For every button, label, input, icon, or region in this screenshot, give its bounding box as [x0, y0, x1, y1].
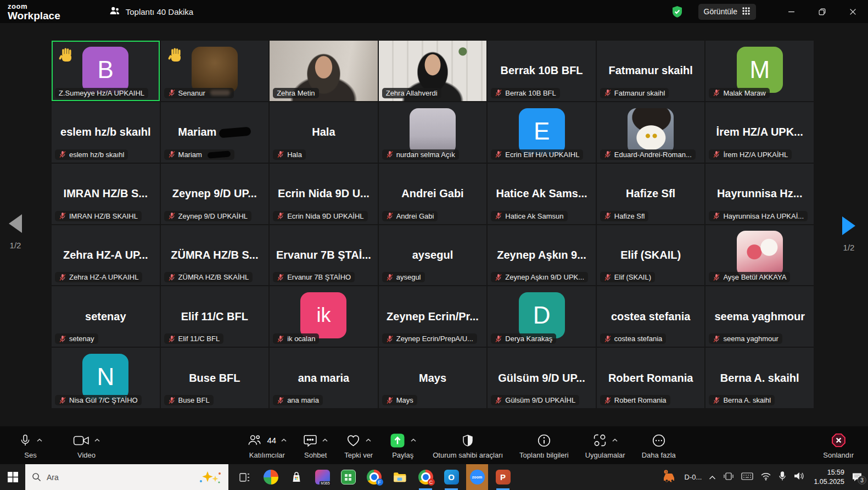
participant-tile[interactable]: Buse BFLBuse BFL — [161, 348, 269, 408]
share-button[interactable]: Paylaş — [389, 432, 416, 459]
taskbar-chrome-profile-icon[interactable]: F — [363, 464, 385, 490]
participant-tile[interactable]: ikik ocalan — [270, 286, 378, 347]
participant-tile[interactable]: eslem hz/b skaıhleslem hz/b skaıhl — [52, 102, 160, 163]
participant-tile[interactable]: MariamMariam — [161, 102, 269, 163]
restore-button[interactable] — [807, 0, 837, 23]
participant-label: IMRAN HZ/B SKAIHL — [55, 211, 142, 221]
participant-tile[interactable]: MaysMays — [379, 348, 487, 408]
participant-tile[interactable]: Senanur — [161, 41, 269, 101]
participant-tile[interactable]: Robert RomaniaRobert Romania — [597, 348, 705, 408]
taskbar-zoom-icon-active[interactable]: zoom — [466, 464, 488, 490]
previous-page-button[interactable]: 1/2 — [9, 214, 22, 250]
cast-tray-icon[interactable] — [723, 471, 734, 483]
share-options-chevron[interactable] — [411, 438, 416, 442]
participant-tile[interactable]: Zeynep 9/D UP...Zeynep 9/D UPKAİHL — [161, 164, 269, 224]
participant-tile[interactable]: Zehra Allahverdi — [379, 41, 487, 101]
participant-tile[interactable]: Zeynep Ecrin/Pr...Zeynep Ecrin/PrepA/U..… — [379, 286, 487, 347]
next-page-button[interactable]: 1/2 — [842, 216, 855, 252]
participant-tile[interactable]: DDerya Karakaş — [488, 286, 596, 347]
mic-muted-icon — [713, 274, 720, 281]
participant-tile[interactable]: ZÜMRA HZ/B S...ZÜMRA HZ/B SKAİHL — [161, 225, 269, 286]
participant-label: Mays — [382, 395, 417, 405]
participant-tile[interactable]: IMRAN HZ/B S...IMRAN HZ/B SKAIHL — [52, 164, 160, 224]
video-options-chevron[interactable] — [94, 438, 100, 442]
participant-tile[interactable]: Ervanur 7B ŞTAİ...Ervanur 7B ŞTAİHO — [270, 225, 378, 286]
taskbar-green-app-icon[interactable] — [337, 464, 359, 490]
participant-tile[interactable]: Zehra Metin — [270, 41, 378, 101]
apps-button[interactable]: Uygulamalar — [585, 432, 625, 459]
participant-tile[interactable]: Hayrunnisa Hz...Hayrunnisa HzA UPKAİ... — [705, 164, 814, 224]
taskbar-outlook-icon[interactable]: O — [440, 464, 462, 490]
video-button[interactable]: Video — [73, 432, 100, 459]
mic-muted-icon — [168, 151, 176, 158]
taskbar-powerpoint-icon[interactable]: P — [492, 464, 514, 490]
participant-tile[interactable]: BZ.Sumeyye Hz/A UPKAIHL — [52, 41, 160, 101]
participant-label: Zehra Metin — [273, 88, 318, 98]
notification-center-icon[interactable]: 3 — [852, 472, 863, 482]
participants-options-chevron[interactable] — [281, 438, 287, 442]
taskbar-copilot-icon[interactable] — [260, 464, 282, 490]
tray-expand-chevron[interactable] — [709, 472, 716, 482]
meeting-info-button[interactable]: Toplantı bilgileri — [519, 432, 569, 459]
participant-tile[interactable]: Berna A. skaihlBerna A. skaihl — [705, 348, 814, 408]
camera-icon — [73, 434, 89, 447]
microphone-tray-icon[interactable] — [779, 471, 786, 483]
audio-options-chevron[interactable] — [37, 438, 42, 442]
minimize-button[interactable] — [776, 0, 807, 23]
taskbar-search-input[interactable]: Ara — [25, 464, 228, 490]
participant-tile[interactable]: Eduard-Andrei-Roman... — [597, 102, 705, 163]
participant-tile[interactable]: Berrak 10B BFLBerrak 10B BFL — [488, 41, 596, 101]
participant-tile[interactable]: Fatmanur skaihlFatmanur skaihl — [597, 41, 705, 101]
participant-tile[interactable]: NNisa Gül 7/C ŞTAİHO — [52, 348, 160, 408]
close-button[interactable] — [837, 0, 868, 23]
touch-keyboard-tray-icon[interactable] — [741, 472, 753, 483]
participant-tile[interactable]: Ecrin Nida 9D U...Ecrin Nida 9D UPKAİHL — [270, 164, 378, 224]
participant-tile[interactable]: İrem HZ/A UPK...İrem HZ/A UPKAİHL — [705, 102, 814, 163]
host-tools-button[interactable]: Oturum sahibi araçları — [433, 432, 503, 459]
participant-tile[interactable]: MMalak Maraw — [705, 41, 814, 101]
taskbar-file-explorer-icon[interactable] — [389, 464, 411, 490]
car-app-tray-icon[interactable]: ! — [661, 469, 677, 486]
participant-tile[interactable]: Zehra HZ-A UP...Zehra HZ-A UPKAIHL — [52, 225, 160, 286]
taskbar-chrome-icon[interactable]: C — [415, 464, 436, 490]
volume-tray-icon[interactable] — [793, 471, 804, 483]
participants-button[interactable]: 44 Katılımcılar — [247, 432, 287, 459]
react-button[interactable]: Tepki ver — [344, 432, 373, 459]
participant-tile[interactable]: nurdan selma Açık — [379, 102, 487, 163]
audio-button[interactable]: Ses — [19, 432, 42, 459]
participant-tile[interactable]: Hafize SflHafize Sfl — [597, 164, 705, 224]
participant-tile[interactable]: Zeynep Aşkın 9...Zeynep Aşkın 9/D UPK... — [488, 225, 596, 286]
participant-tile[interactable]: Ayşe Betül AKKAYA — [705, 225, 814, 286]
car-app-label[interactable]: D-0... — [685, 473, 702, 481]
mic-muted-icon — [168, 212, 176, 220]
mic-muted-icon — [713, 89, 720, 97]
participant-tile[interactable]: HalaHala — [270, 102, 378, 163]
participant-tile[interactable]: Hatice Ak Sams...Hatice Ak Samsun — [488, 164, 596, 224]
wifi-tray-icon[interactable] — [760, 472, 771, 483]
taskbar-m365-icon[interactable]: M365 — [311, 464, 333, 490]
participant-tile[interactable]: setenaysetenay — [52, 286, 160, 347]
task-view-icon[interactable] — [234, 464, 256, 490]
participant-tile[interactable]: Andrei GabiAndrei Gabi — [379, 164, 487, 224]
more-button[interactable]: Daha fazla — [642, 432, 676, 459]
taskbar-store-icon[interactable] — [285, 464, 307, 490]
react-options-chevron[interactable] — [366, 438, 371, 442]
participant-tile[interactable]: Elif (SKAIL)Elif (SKAIL) — [597, 225, 705, 286]
participant-tile[interactable]: seema yaghmourseema yaghmour — [705, 286, 814, 347]
start-button[interactable] — [0, 464, 25, 490]
participant-tile[interactable]: EEcrin Elif H/A UPKAIHL — [488, 102, 596, 163]
participant-label: seema yaghmour — [709, 333, 782, 344]
participant-tile[interactable]: aysegulaysegul — [379, 225, 487, 286]
participant-label: Ecrin Elif H/A UPKAIHL — [491, 149, 583, 160]
chat-options-chevron[interactable] — [322, 438, 328, 442]
participant-tile[interactable]: costea stefaniacostea stefania — [597, 286, 705, 347]
participant-tile[interactable]: Elif 11/C BFLElif 11/C BFL — [161, 286, 269, 347]
security-shield-icon[interactable] — [670, 5, 684, 19]
view-button[interactable]: Görüntüle — [698, 4, 756, 20]
apps-options-chevron[interactable] — [612, 438, 618, 442]
taskbar-clock[interactable]: 15:59 1.05.2025 — [814, 468, 844, 487]
participant-tile[interactable]: Gülsüm 9/D UP...Gülsüm 9/D UPKAİHL — [488, 348, 596, 408]
chat-button[interactable]: Sohbet — [303, 432, 328, 459]
participant-tile[interactable]: ana mariaana maria — [270, 348, 378, 408]
end-meeting-button[interactable]: Sonlandır — [823, 432, 854, 459]
